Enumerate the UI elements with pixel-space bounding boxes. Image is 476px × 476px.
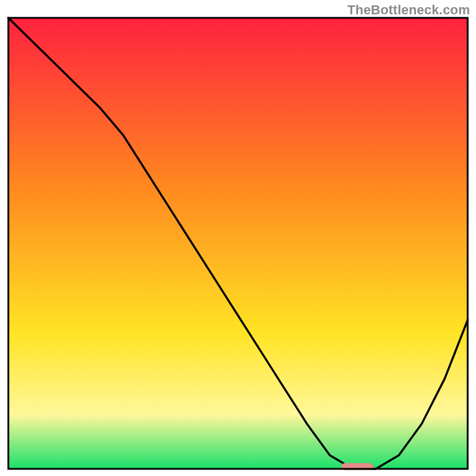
bottleneck-chart — [0, 0, 476, 476]
watermark-text: TheBottleneck.com — [347, 2, 470, 18]
